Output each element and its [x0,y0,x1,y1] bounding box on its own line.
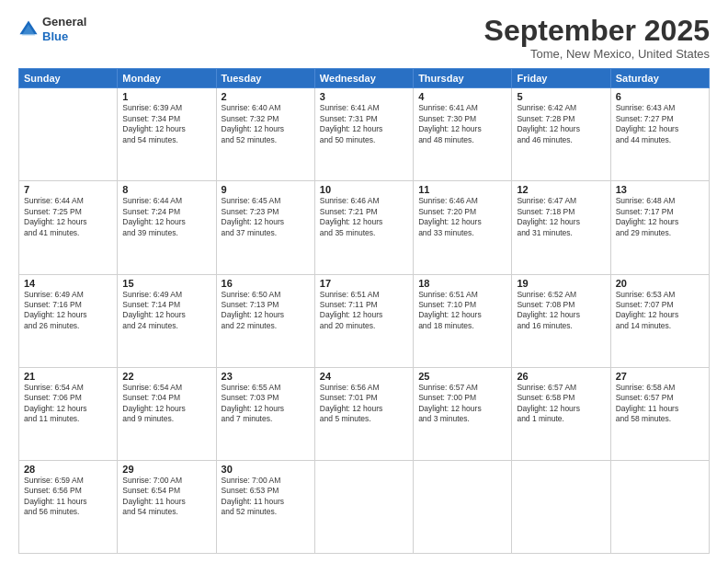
calendar-cell [19,88,118,181]
calendar-cell: 14Sunrise: 6:49 AM Sunset: 7:16 PM Dayli… [19,274,118,367]
day-info: Sunrise: 6:54 AM Sunset: 7:04 PM Dayligh… [122,383,210,425]
day-info: Sunrise: 6:55 AM Sunset: 7:03 PM Dayligh… [222,383,310,425]
calendar-header-row: Sunday Monday Tuesday Wednesday Thursday… [19,69,710,88]
logo-icon [18,19,39,40]
calendar-cell: 13Sunrise: 6:48 AM Sunset: 7:17 PM Dayli… [610,181,709,274]
calendar-cell: 18Sunrise: 6:51 AM Sunset: 7:10 PM Dayli… [414,274,512,367]
calendar-cell [314,460,413,553]
calendar-cell: 16Sunrise: 6:50 AM Sunset: 7:13 PM Dayli… [216,274,314,367]
day-number: 5 [517,91,605,102]
day-number: 18 [418,278,506,289]
calendar-cell: 19Sunrise: 6:52 AM Sunset: 7:08 PM Dayli… [512,274,610,367]
calendar-cell: 8Sunrise: 6:44 AM Sunset: 7:24 PM Daylig… [118,181,216,274]
header: General Blue September 2025 Tome, New Me… [18,15,710,61]
day-info: Sunrise: 6:47 AM Sunset: 7:18 PM Dayligh… [517,196,605,238]
logo: General Blue [18,15,86,43]
calendar-cell [512,460,610,553]
calendar-cell [414,460,512,553]
day-info: Sunrise: 6:43 AM Sunset: 7:27 PM Dayligh… [616,103,704,145]
day-info: Sunrise: 6:54 AM Sunset: 7:06 PM Dayligh… [24,383,112,425]
calendar-cell: 5Sunrise: 6:42 AM Sunset: 7:28 PM Daylig… [512,88,610,181]
calendar-cell: 12Sunrise: 6:47 AM Sunset: 7:18 PM Dayli… [512,181,610,274]
calendar-table: Sunday Monday Tuesday Wednesday Thursday… [18,68,710,554]
calendar-cell: 25Sunrise: 6:57 AM Sunset: 7:00 PM Dayli… [414,367,512,460]
col-tuesday: Tuesday [216,69,314,88]
day-number: 26 [517,371,605,382]
calendar-cell: 20Sunrise: 6:53 AM Sunset: 7:07 PM Dayli… [610,274,709,367]
day-number: 28 [24,464,112,475]
day-number: 27 [616,371,704,382]
day-number: 8 [122,184,210,195]
day-info: Sunrise: 6:41 AM Sunset: 7:30 PM Dayligh… [418,103,506,145]
location: Tome, New Mexico, United States [484,47,710,61]
day-info: Sunrise: 6:40 AM Sunset: 7:32 PM Dayligh… [222,103,310,145]
col-monday: Monday [118,69,216,88]
day-info: Sunrise: 6:57 AM Sunset: 7:00 PM Dayligh… [418,383,506,425]
calendar-cell: 3Sunrise: 6:41 AM Sunset: 7:31 PM Daylig… [314,88,413,181]
day-number: 30 [222,464,310,475]
logo-text: General Blue [42,15,86,43]
day-info: Sunrise: 6:59 AM Sunset: 6:56 PM Dayligh… [24,476,112,518]
col-saturday: Saturday [610,69,709,88]
day-info: Sunrise: 6:41 AM Sunset: 7:31 PM Dayligh… [320,103,408,145]
day-info: Sunrise: 6:49 AM Sunset: 7:14 PM Dayligh… [122,290,210,332]
day-info: Sunrise: 6:39 AM Sunset: 7:34 PM Dayligh… [122,103,210,145]
day-number: 17 [320,278,408,289]
calendar-cell: 2Sunrise: 6:40 AM Sunset: 7:32 PM Daylig… [216,88,314,181]
day-number: 16 [222,278,310,289]
calendar-cell: 11Sunrise: 6:46 AM Sunset: 7:20 PM Dayli… [414,181,512,274]
calendar-week-row-5: 28Sunrise: 6:59 AM Sunset: 6:56 PM Dayli… [19,460,710,553]
day-info: Sunrise: 6:53 AM Sunset: 7:07 PM Dayligh… [616,290,704,332]
day-number: 13 [616,184,704,195]
calendar-cell: 23Sunrise: 6:55 AM Sunset: 7:03 PM Dayli… [216,367,314,460]
calendar-cell: 9Sunrise: 6:45 AM Sunset: 7:23 PM Daylig… [216,181,314,274]
day-info: Sunrise: 6:44 AM Sunset: 7:24 PM Dayligh… [122,196,210,238]
day-number: 3 [320,91,408,102]
calendar-cell: 27Sunrise: 6:58 AM Sunset: 6:57 PM Dayli… [610,367,709,460]
day-number: 9 [222,184,310,195]
calendar-cell: 17Sunrise: 6:51 AM Sunset: 7:11 PM Dayli… [314,274,413,367]
day-info: Sunrise: 6:48 AM Sunset: 7:17 PM Dayligh… [616,196,704,238]
day-number: 21 [24,371,112,382]
calendar-cell: 10Sunrise: 6:46 AM Sunset: 7:21 PM Dayli… [314,181,413,274]
calendar-cell: 22Sunrise: 6:54 AM Sunset: 7:04 PM Dayli… [118,367,216,460]
calendar-cell: 1Sunrise: 6:39 AM Sunset: 7:34 PM Daylig… [118,88,216,181]
day-info: Sunrise: 6:50 AM Sunset: 7:13 PM Dayligh… [222,290,310,332]
calendar-cell: 15Sunrise: 6:49 AM Sunset: 7:14 PM Dayli… [118,274,216,367]
col-sunday: Sunday [19,69,118,88]
calendar-week-row-3: 14Sunrise: 6:49 AM Sunset: 7:16 PM Dayli… [19,274,710,367]
day-number: 11 [418,184,506,195]
month-title: September 2025 [484,15,710,47]
day-info: Sunrise: 6:51 AM Sunset: 7:10 PM Dayligh… [418,290,506,332]
day-info: Sunrise: 6:49 AM Sunset: 7:16 PM Dayligh… [24,290,112,332]
calendar-cell: 26Sunrise: 6:57 AM Sunset: 6:58 PM Dayli… [512,367,610,460]
col-wednesday: Wednesday [314,69,413,88]
day-info: Sunrise: 7:00 AM Sunset: 6:54 PM Dayligh… [122,476,210,518]
day-number: 19 [517,278,605,289]
title-block: September 2025 Tome, New Mexico, United … [484,15,710,61]
page: General Blue September 2025 Tome, New Me… [0,0,728,563]
day-number: 7 [24,184,112,195]
day-info: Sunrise: 6:56 AM Sunset: 7:01 PM Dayligh… [320,383,408,425]
day-info: Sunrise: 7:00 AM Sunset: 6:53 PM Dayligh… [222,476,310,518]
day-info: Sunrise: 6:52 AM Sunset: 7:08 PM Dayligh… [517,290,605,332]
day-number: 29 [122,464,210,475]
calendar-cell [610,460,709,553]
logo-blue: Blue [42,29,86,44]
day-number: 22 [122,371,210,382]
col-thursday: Thursday [414,69,512,88]
calendar-cell: 24Sunrise: 6:56 AM Sunset: 7:01 PM Dayli… [314,367,413,460]
day-info: Sunrise: 6:57 AM Sunset: 6:58 PM Dayligh… [517,383,605,425]
calendar-week-row-2: 7Sunrise: 6:44 AM Sunset: 7:25 PM Daylig… [19,181,710,274]
day-info: Sunrise: 6:44 AM Sunset: 7:25 PM Dayligh… [24,196,112,238]
day-number: 23 [222,371,310,382]
calendar-cell: 4Sunrise: 6:41 AM Sunset: 7:30 PM Daylig… [414,88,512,181]
calendar-cell: 30Sunrise: 7:00 AM Sunset: 6:53 PM Dayli… [216,460,314,553]
calendar-cell: 6Sunrise: 6:43 AM Sunset: 7:27 PM Daylig… [610,88,709,181]
day-number: 14 [24,278,112,289]
day-number: 25 [418,371,506,382]
day-info: Sunrise: 6:46 AM Sunset: 7:21 PM Dayligh… [320,196,408,238]
day-info: Sunrise: 6:46 AM Sunset: 7:20 PM Dayligh… [418,196,506,238]
logo-general: General [42,15,86,29]
day-info: Sunrise: 6:58 AM Sunset: 6:57 PM Dayligh… [616,383,704,425]
